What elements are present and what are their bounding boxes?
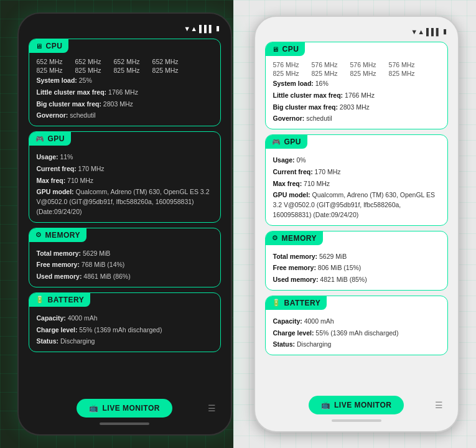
- freq-cell: 825 MHz: [152, 67, 179, 74]
- card-body-gpu: Usage: 11%Current freq: 170 MHzMax freq:…: [29, 146, 220, 222]
- live-monitor-label: LIVE MONITOR: [334, 401, 391, 409]
- freq-cell: 576 MHz: [389, 61, 415, 68]
- card-header-battery: 🔋 BATTERY: [266, 296, 327, 310]
- memory-icon: ⚙: [35, 231, 42, 239]
- battery-status-icon: ▮: [216, 24, 220, 32]
- info-line: GPU model: Qualcomm, Adreno (TM) 630, Op…: [37, 187, 213, 217]
- signal-icon: ▌▌▌: [426, 28, 441, 35]
- gpu-label: GPU: [284, 138, 302, 146]
- freq-cell: 652 MHz: [37, 58, 63, 65]
- card-battery: 🔋 BATTERY Capacity: 4000 mAhCharge level…: [265, 296, 448, 355]
- card-header-battery: 🔋 BATTERY: [29, 293, 91, 307]
- status-bar: ▼▲ ▌▌▌ ▮: [261, 26, 452, 39]
- info-line: System load: 25%: [37, 76, 213, 86]
- info-line: Governor: schedutil: [37, 111, 213, 121]
- card-header-cpu: 🖥 CPU: [29, 39, 69, 53]
- card-header-gpu: 🎮 GPU: [266, 135, 308, 149]
- status-icons: ▼▲ ▌▌▌ ▮: [411, 27, 446, 35]
- freq-cell: 652 MHz: [152, 58, 179, 65]
- gpu-label: GPU: [48, 134, 65, 143]
- status-icons: ▼▲ ▌▌▌ ▮: [184, 24, 219, 32]
- live-monitor-button[interactable]: 📺LIVE MONITOR: [309, 396, 404, 414]
- info-line: Capacity: 4000 mAh: [273, 317, 440, 327]
- card-header-memory: ⚙ MEMORY: [29, 228, 87, 242]
- info-line: Max freq: 710 MHz: [273, 179, 440, 189]
- info-line: GPU model: Qualcomm, Adreno (TM) 630, Op…: [273, 190, 440, 220]
- freq-row: 825 MHz825 MHz825 MHz825 MHz: [37, 67, 213, 74]
- freq-row: 825 MHz825 MHz825 MHz825 MHz: [273, 70, 440, 77]
- card-cpu: 🖥 CPU 652 MHz652 MHz652 MHz652 MHz825 MH…: [29, 39, 221, 126]
- phone-content: 🖥 CPU 652 MHz652 MHz652 MHz652 MHz825 MH…: [25, 36, 225, 395]
- info-line: Total memory: 5629 MiB: [273, 252, 440, 262]
- wifi-icon: ▼▲: [184, 25, 197, 32]
- home-indicator: [100, 422, 149, 425]
- battery-label: BATTERY: [284, 299, 321, 307]
- info-line: Usage: 0%: [273, 156, 440, 166]
- card-body-memory: Total memory: 5629 MiBFree memory: 806 M…: [266, 245, 447, 290]
- live-monitor-label: LIVE MONITOR: [103, 404, 160, 413]
- hamburger-icon[interactable]: ☰: [435, 400, 443, 410]
- cpu-icon: 🖥: [272, 45, 279, 53]
- memory-label: MEMORY: [45, 231, 81, 240]
- card-header-cpu: 🖥 CPU: [266, 42, 306, 56]
- info-line: Big cluster max freq: 2803 MHz: [273, 103, 440, 113]
- card-body-cpu: 652 MHz652 MHz652 MHz652 MHz825 MHz825 M…: [29, 53, 220, 126]
- card-memory: ⚙ MEMORY Total memory: 5629 MiBFree memo…: [29, 228, 221, 287]
- live-monitor-button[interactable]: 📺LIVE MONITOR: [77, 399, 172, 418]
- home-indicator: [332, 419, 381, 422]
- freq-cell: 825 MHz: [37, 67, 63, 74]
- info-line: Current freq: 170 MHz: [37, 164, 213, 174]
- card-header-gpu: 🎮 GPU: [29, 132, 72, 146]
- card-body-battery: Capacity: 4000 mAhCharge level: 55% (136…: [29, 307, 220, 352]
- info-line: Usage: 11%: [37, 152, 213, 162]
- battery-status-icon: ▮: [443, 27, 447, 35]
- gpu-icon: 🎮: [272, 138, 281, 146]
- card-gpu: 🎮 GPU Usage: 11%Current freq: 170 MHzMax…: [29, 131, 221, 223]
- phone-bottom-bar: 📺LIVE MONITOR☰: [261, 392, 452, 417]
- card-header-memory: ⚙ MEMORY: [266, 231, 324, 245]
- card-body-cpu: 576 MHz576 MHz576 MHz576 MHz825 MHz825 M…: [266, 56, 447, 129]
- card-cpu: 🖥 CPU 576 MHz576 MHz576 MHz576 MHz825 MH…: [265, 42, 448, 129]
- info-line: Little cluster max freq: 1766 MHz: [273, 91, 440, 101]
- card-battery: 🔋 BATTERY Capacity: 4000 mAhCharge level…: [29, 292, 221, 352]
- card-body-battery: Capacity: 4000 mAhCharge level: 55% (136…: [266, 310, 447, 355]
- info-line: Free memory: 768 MiB (14%): [37, 260, 213, 270]
- phone-bottom-bar: 📺LIVE MONITOR☰: [25, 395, 225, 420]
- battery-label: BATTERY: [48, 296, 85, 304]
- gpu-icon: 🎮: [35, 135, 44, 143]
- info-line: System load: 16%: [273, 79, 440, 89]
- freq-cell: 652 MHz: [75, 58, 101, 65]
- freq-row: 576 MHz576 MHz576 MHz576 MHz: [273, 61, 440, 68]
- battery-icon: 🔋: [35, 296, 44, 304]
- signal-icon: ▌▌▌: [199, 25, 213, 32]
- card-memory: ⚙ MEMORY Total memory: 5629 MiBFree memo…: [265, 231, 448, 291]
- wifi-icon: ▼▲: [411, 28, 424, 35]
- freq-cell: 825 MHz: [389, 70, 415, 77]
- info-line: Status: Discharging: [273, 340, 440, 350]
- info-line: Charge level: 55% (1369 mAh discharged): [273, 329, 440, 338]
- freq-cell: 576 MHz: [350, 61, 376, 68]
- phone-dark: ▼▲ ▌▌▌ ▮ 🖥 CPU 652 MHz652 MHz652 MHz652 …: [17, 12, 232, 436]
- card-body-gpu: Usage: 0%Current freq: 170 MHzMax freq: …: [266, 149, 447, 225]
- info-line: Capacity: 4000 mAh: [37, 314, 213, 324]
- hamburger-icon[interactable]: ☰: [208, 403, 216, 413]
- monitor-icon: 📺: [321, 401, 331, 409]
- phone-content: 🖥 CPU 576 MHz576 MHz576 MHz576 MHz825 MH…: [261, 39, 452, 392]
- status-bar: ▼▲ ▌▌▌ ▮: [25, 23, 225, 36]
- info-line: Status: Discharging: [37, 337, 213, 347]
- info-line: Used memory: 4821 MiB (85%): [273, 275, 440, 285]
- info-line: Total memory: 5629 MiB: [37, 249, 213, 259]
- info-line: Little cluster max freq: 1766 MHz: [37, 88, 213, 98]
- info-line: Governor: schedutil: [273, 114, 440, 124]
- monitor-icon: 📺: [89, 404, 99, 413]
- phones-container: ▼▲ ▌▌▌ ▮ 🖥 CPU 652 MHz652 MHz652 MHz652 …: [0, 0, 476, 448]
- freq-row: 652 MHz652 MHz652 MHz652 MHz: [37, 58, 213, 65]
- memory-label: MEMORY: [282, 234, 317, 243]
- info-line: Free memory: 806 MiB (15%): [273, 263, 440, 273]
- freq-cell: 825 MHz: [312, 70, 338, 77]
- freq-cell: 825 MHz: [273, 70, 299, 77]
- cpu-label: CPU: [282, 45, 299, 54]
- battery-icon: 🔋: [272, 299, 281, 307]
- info-line: Current freq: 170 MHz: [273, 167, 440, 177]
- freq-cell: 576 MHz: [273, 61, 299, 68]
